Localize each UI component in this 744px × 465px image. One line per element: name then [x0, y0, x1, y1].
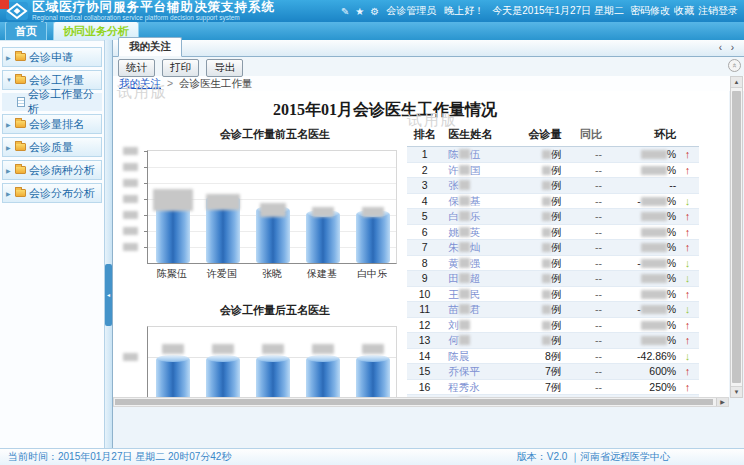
mom-cell: 250%: [612, 379, 676, 395]
doctor-name-cell[interactable]: 程秀永: [442, 379, 517, 395]
yoy-cell: --: [564, 255, 612, 271]
horizontal-scrollbar-thumb[interactable]: [115, 399, 713, 405]
vertical-scrollbar-thumb[interactable]: [732, 91, 741, 383]
trend-up-icon: ↑: [676, 240, 699, 256]
table-row: 4保基例---%↓: [407, 193, 699, 209]
content-tabstrip: 我的关注 ‹ ›: [113, 40, 744, 57]
x-axis-label: 许爱国: [197, 267, 247, 281]
nav-tab-home[interactable]: 首页: [5, 21, 47, 40]
doctor-name-cell[interactable]: 田超: [442, 271, 517, 287]
star-icon[interactable]: ★: [355, 6, 364, 17]
report-body: 试用版 2015年01月会诊医生工作量情况 会诊工作量前五名医生 陈聚伍许爱国张…: [113, 91, 729, 397]
x-axis-label: 白中乐: [347, 267, 397, 281]
table-row: 1陈伍例--%↑: [407, 147, 699, 163]
yoy-cell: --: [564, 162, 612, 178]
print-button[interactable]: 打印: [162, 59, 199, 77]
volume-cell: 7例: [517, 379, 565, 395]
table-row: 8黄强例---%↓: [407, 255, 699, 271]
vertical-scrollbar[interactable]: ▲ ▼: [730, 76, 743, 398]
table-row: 5白乐例--%↑: [407, 209, 699, 225]
favorites-link[interactable]: 收藏: [674, 4, 694, 18]
scroll-right-arrow-icon[interactable]: ▶: [716, 398, 728, 406]
doctor-name-cell[interactable]: 苗君: [442, 302, 517, 318]
rank-cell: 16: [407, 379, 442, 395]
current-time: 当前时间：2015年01月27日 星期二 20时07分42秒: [8, 451, 231, 462]
doctor-name-cell[interactable]: 陈晨: [442, 348, 517, 364]
bar: [156, 358, 190, 397]
mom-cell: %: [612, 209, 676, 225]
collapse-panel-button[interactable]: «: [728, 59, 741, 72]
tab-my-focus[interactable]: 我的关注: [118, 37, 182, 57]
tab-scroll-right-icon[interactable]: ›: [731, 42, 734, 53]
rank-cell: 11: [407, 302, 442, 318]
export-button[interactable]: 导出: [206, 59, 243, 77]
table-row: 7朱灿例--%↑: [407, 240, 699, 256]
redacted-blur: [641, 197, 667, 206]
sidebar-item[interactable]: ▶会诊病种分析: [2, 160, 102, 180]
yoy-cell: --: [564, 209, 612, 225]
sidebar-item[interactable]: ▶会诊质量: [2, 137, 102, 157]
doctor-name-cell[interactable]: 刘: [442, 317, 517, 333]
tab-scroll-left-icon[interactable]: ‹: [719, 42, 722, 53]
column-header: 同比: [564, 124, 612, 147]
rank-cell: 15: [407, 364, 442, 380]
chevron-right-icon: ▶: [6, 144, 15, 151]
app-window: 区域医疗协同服务平台辅助决策支持系统 Regional medical coll…: [0, 0, 744, 465]
folder-icon: [15, 189, 26, 197]
rank-cell: 9: [407, 271, 442, 287]
redacted-blur: [542, 305, 551, 314]
axis-tick: [144, 151, 148, 152]
sidebar-splitter[interactable]: ◂: [104, 40, 112, 448]
doctor-name-cell[interactable]: 姚英: [442, 224, 517, 240]
breadcrumb-link[interactable]: 我的关注: [119, 77, 161, 89]
column-header: 环比: [612, 124, 676, 147]
redacted-blur: [542, 150, 551, 159]
sidebar-item[interactable]: ▶会诊申请: [2, 47, 102, 67]
change-password-link[interactable]: 密码修改: [630, 4, 670, 18]
bar-value-label-redacted: [312, 207, 334, 217]
doctor-name-cell[interactable]: 何: [442, 333, 517, 349]
sidebar-item-label: 会诊工作量: [29, 73, 84, 88]
logout-link[interactable]: 注销登录: [698, 4, 738, 18]
trend-up-icon: ↑: [676, 364, 699, 380]
trend-up-icon: ↑: [676, 317, 699, 333]
yoy-cell: --: [564, 178, 612, 194]
horizontal-scrollbar[interactable]: ▶: [113, 397, 729, 407]
sidebar-item[interactable]: ▶会诊量排名: [2, 114, 102, 134]
redacted-blur: [459, 258, 470, 268]
doctor-name-cell[interactable]: 乔保平: [442, 364, 517, 380]
doctor-name-cell[interactable]: 许国: [442, 162, 517, 178]
redacted-blur: [542, 321, 551, 330]
doctor-name-cell[interactable]: 保基: [442, 193, 517, 209]
redacted-blur: [641, 212, 667, 221]
statistics-button[interactable]: 统计: [118, 59, 155, 77]
bar-value-label-redacted: [362, 344, 384, 354]
sidebar-item[interactable]: ▶会诊分布分析: [2, 183, 102, 203]
splitter-collapse-handle[interactable]: ◂: [105, 264, 112, 326]
gear-icon[interactable]: ⚙: [370, 6, 379, 17]
pencil-icon[interactable]: ✎: [341, 6, 349, 17]
trend-none: [676, 178, 699, 194]
sidebar-subitem[interactable]: 会诊工作量分析: [2, 93, 102, 111]
redacted-blur: [641, 274, 667, 283]
doctor-name-cell[interactable]: 陈伍: [442, 147, 517, 163]
rank-cell: 3: [407, 178, 442, 194]
doctor-name-cell[interactable]: 朱灿: [442, 240, 517, 256]
doctor-name-cell[interactable]: 王民: [442, 286, 517, 302]
bar: [256, 358, 290, 397]
volume-cell: 例: [517, 286, 565, 302]
sidebar-subitem-label: 会诊工作量分析: [28, 87, 102, 117]
column-header-trend: [676, 124, 699, 147]
doctor-name-cell[interactable]: 黄强: [442, 255, 517, 271]
doctor-name-cell[interactable]: 张: [442, 178, 517, 194]
scroll-up-arrow-icon[interactable]: ▲: [731, 77, 742, 88]
yoy-cell: --: [564, 348, 612, 364]
doctor-name-cell[interactable]: 白乐: [442, 209, 517, 225]
axis-tick: [144, 215, 148, 216]
bar-value-label-redacted: [312, 344, 334, 354]
scroll-down-arrow-icon[interactable]: ▼: [731, 386, 742, 397]
redacted-blur: [641, 228, 667, 237]
axis-tick: [144, 247, 148, 248]
yoy-cell: --: [564, 364, 612, 380]
bar: [206, 358, 240, 397]
